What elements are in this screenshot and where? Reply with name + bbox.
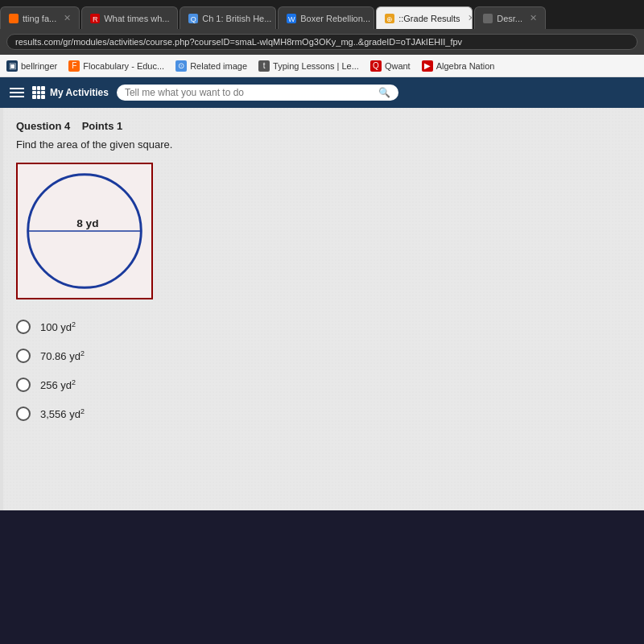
answer-text-1: 100 yd2 xyxy=(40,320,76,333)
my-activities-label: My Activities xyxy=(50,87,109,98)
bookmark-bellringer-label: bellringer xyxy=(21,61,57,71)
bookmark-typing-icon: t xyxy=(258,60,270,72)
tab-1-label: tting fa... xyxy=(23,14,56,23)
bookmark-qwant-label: Qwant xyxy=(385,61,411,71)
tab-favicon-6 xyxy=(483,14,493,23)
answer-choice-1[interactable]: 100 yd2 xyxy=(16,320,628,334)
tab-5-label: ::Grade Results xyxy=(398,14,460,23)
tab-4[interactable]: W Boxer Rebellion... ✕ xyxy=(278,6,374,29)
tab-favicon-3: Q xyxy=(188,14,198,23)
tab-1[interactable]: tting fa... ✕ xyxy=(0,6,80,29)
address-bar[interactable]: results.com/gr/modules/activities/course… xyxy=(6,34,638,50)
answer-text-4-sup: 2 xyxy=(80,407,85,415)
answer-text-2: 70.86 yd2 xyxy=(40,349,85,362)
bookmark-algebra[interactable]: ▶ Algebra Nation xyxy=(422,60,495,72)
question-points: Points 1 xyxy=(82,120,123,132)
answer-text-4: 3,556 yd2 xyxy=(40,407,85,420)
question-header: Question 4 Points 1 xyxy=(16,120,628,132)
tab-favicon-4: W xyxy=(287,14,296,23)
answer-text-1-main: 100 yd xyxy=(40,321,72,333)
hamburger-line-3 xyxy=(10,96,24,97)
hamburger-menu[interactable] xyxy=(10,88,24,97)
tab-2-label: What times wh... xyxy=(104,14,169,23)
bookmark-typing-label: Typing Lessons | Le... xyxy=(273,61,359,71)
search-icon: 🔍 xyxy=(378,87,390,98)
tab-5-close[interactable]: ✕ xyxy=(468,13,473,23)
answer-choice-3[interactable]: 256 yd2 xyxy=(16,378,628,392)
answer-text-2-sup: 2 xyxy=(80,349,85,357)
grid-dot-5 xyxy=(37,91,41,95)
grid-dot-6 xyxy=(41,91,45,95)
diagram-label: 8 yd xyxy=(76,217,98,229)
radio-4[interactable] xyxy=(16,407,31,421)
grid-dot-3 xyxy=(41,86,45,90)
my-activities-nav[interactable]: My Activities xyxy=(32,86,109,99)
tab-favicon-1 xyxy=(9,14,19,23)
radio-2[interactable] xyxy=(16,349,31,363)
tab-1-close[interactable]: ✕ xyxy=(64,13,71,23)
browser-chrome: tting fa... ✕ R What times wh... ✕ Q Ch … xyxy=(0,0,644,77)
bookmark-flocabulary-label: Flocabulary - Educ... xyxy=(83,61,164,71)
tab-2-close[interactable]: ✕ xyxy=(177,13,179,23)
app-toolbar: My Activities 🔍 xyxy=(0,77,644,108)
tab-favicon-5: ⊕ xyxy=(385,14,394,23)
hamburger-line-1 xyxy=(10,88,24,89)
diagram-container: 8 yd xyxy=(16,163,153,299)
answer-text-3-sup: 2 xyxy=(72,378,76,386)
left-marker xyxy=(0,108,3,510)
tab-6-close[interactable]: ✕ xyxy=(530,13,537,23)
search-bar-container: 🔍 xyxy=(117,85,398,101)
address-bar-row: results.com/gr/modules/activities/course… xyxy=(0,29,644,55)
bookmark-related-image[interactable]: ⊙ Related image xyxy=(175,60,247,72)
bookmark-algebra-icon: ▶ xyxy=(422,60,433,72)
question-text: Find the area of the given square. xyxy=(16,138,628,151)
bookmarks-bar: ▣ bellringer F Flocabulary - Educ... ⊙ R… xyxy=(0,55,644,77)
tab-5[interactable]: ⊕ ::Grade Results ✕ xyxy=(376,6,473,29)
radio-1[interactable] xyxy=(16,320,31,334)
tab-3-label: Ch 1: British He... xyxy=(202,14,271,23)
answer-choice-2[interactable]: 70.86 yd2 xyxy=(16,349,628,363)
tab-6[interactable]: Desr... ✕ xyxy=(474,6,546,29)
grid-dot-8 xyxy=(37,95,41,99)
answer-text-3-main: 256 yd xyxy=(40,379,72,391)
grid-dot-9 xyxy=(41,95,45,99)
answer-choices: 100 yd2 70.86 yd2 256 yd2 3,556 yd2 xyxy=(16,320,628,421)
answer-text-3: 256 yd2 xyxy=(40,378,76,391)
answer-text-2-main: 70.86 yd xyxy=(40,350,80,362)
bookmark-algebra-label: Algebra Nation xyxy=(436,61,495,71)
tab-favicon-2: R xyxy=(90,14,100,23)
bookmark-typing[interactable]: t Typing Lessons | Le... xyxy=(258,60,359,72)
bookmark-related-image-icon: ⊙ xyxy=(175,60,187,72)
tab-2[interactable]: R What times wh... ✕ xyxy=(81,6,178,29)
tab-6-label: Desr... xyxy=(497,14,522,23)
grid-dot-2 xyxy=(37,86,41,90)
answer-choice-4[interactable]: 3,556 yd2 xyxy=(16,407,628,421)
tab-4-label: Boxer Rebellion... xyxy=(300,14,370,23)
bookmark-flocabulary-icon: F xyxy=(68,60,80,72)
bookmark-qwant-icon: Q xyxy=(370,60,382,72)
answer-text-1-sup: 2 xyxy=(72,320,76,328)
main-content: Question 4 Points 1 Find the area of the… xyxy=(0,108,644,510)
grid-dot-1 xyxy=(32,86,36,90)
bookmark-qwant[interactable]: Q Qwant xyxy=(370,60,411,72)
grid-dot-4 xyxy=(32,91,36,95)
bookmark-bellringer-icon: ▣ xyxy=(6,60,18,72)
bookmark-related-image-label: Related image xyxy=(190,61,247,71)
hamburger-line-2 xyxy=(10,92,24,93)
diagram-svg: 8 yd xyxy=(18,164,151,298)
bookmark-bellringer[interactable]: ▣ bellringer xyxy=(6,60,57,72)
bookmark-flocabulary[interactable]: F Flocabulary - Educ... xyxy=(68,60,164,72)
grid-dot-7 xyxy=(32,95,36,99)
tab-3[interactable]: Q Ch 1: British He... ✕ xyxy=(180,6,276,29)
answer-text-4-main: 3,556 yd xyxy=(40,408,80,420)
question-number: Question 4 xyxy=(16,120,70,132)
radio-3[interactable] xyxy=(16,378,31,392)
grid-icon xyxy=(32,86,45,99)
search-input[interactable] xyxy=(125,87,374,98)
tab-bar: tting fa... ✕ R What times wh... ✕ Q Ch … xyxy=(0,0,644,29)
